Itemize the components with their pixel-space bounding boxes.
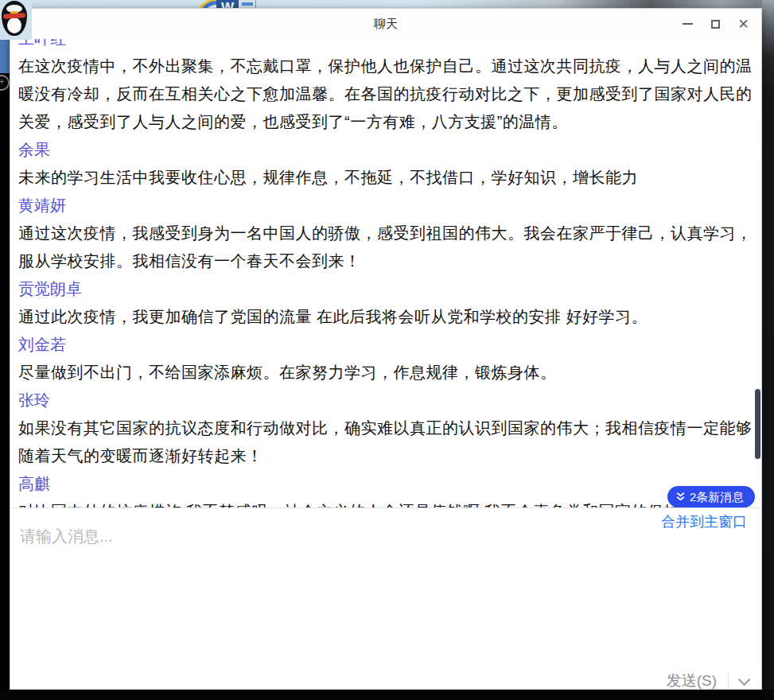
message-input[interactable]: [18, 524, 578, 655]
close-icon: ✕: [737, 18, 749, 31]
double-chevron-down-icon: [675, 492, 686, 502]
chat-message: 高麒 对比国内外的抗疫措施 我不禁感叹：社会主义的人命还是值钱啊 我不会辜负党和…: [18, 470, 753, 508]
qq-penguin-icon[interactable]: [0, 0, 32, 40]
send-separator: [728, 672, 729, 690]
chat-message: 王叶红 在这次疫情中，不外出聚集，不忘戴口罩，保护他人也保护自己。通过这次共同抗…: [18, 39, 753, 136]
titlebar[interactable]: 聊天 ✕: [10, 9, 761, 39]
chat-message: 刘金若 尽量做到不出门，不给国家添麻烦。在家努力学习，作息规律，锻炼身体。: [18, 331, 753, 387]
maximize-button[interactable]: [704, 12, 727, 36]
screen: W + 聊天 ✕ 王叶红 在这次疫情中，不外: [0, 0, 774, 700]
chat-message: 黄靖妍 通过这次疫情，我感受到身为一名中国人的骄傲，感受到祖国的伟大。我会在家严…: [18, 192, 753, 275]
qq-penguin-belly: [7, 18, 21, 33]
message-text: 未来的学习生活中我要收住心思，规律作息，不拖延，不找借口，学好知识，增长能力: [18, 164, 753, 192]
window-title: 聊天: [10, 9, 761, 39]
chat-message: 余果 未来的学习生活中我要收住心思，规律作息，不拖延，不找借口，学好知识，增长能…: [18, 136, 753, 192]
chat-content: 王叶红 在这次疫情中，不外出聚集，不忘戴口罩，保护他人也保护自己。通过这次共同抗…: [10, 39, 761, 508]
message-text: 如果没有其它国家的抗议态度和行动做对比，确实难以真正的认识到国家的伟大；我相信疫…: [18, 414, 753, 470]
minimize-icon: [683, 23, 693, 25]
sender-name[interactable]: 黄靖妍: [18, 192, 753, 220]
send-button[interactable]: 发送(S): [667, 671, 717, 691]
message-text: 通过这次疫情，我感受到身为一名中国人的骄傲，感受到祖国的伟大。我会在家严于律己，…: [18, 220, 753, 275]
new-messages-button[interactable]: 2条新消息: [667, 486, 755, 508]
desktop-bottom-strip: [0, 690, 774, 700]
sender-name[interactable]: 张玲: [18, 387, 753, 414]
message-text: 通过此次疫情，我更加确信了党国的流量 在此后我将会听从党和学校的安排 好好学习。: [18, 303, 753, 331]
plus-circle-icon[interactable]: +: [0, 75, 10, 91]
sender-name[interactable]: 王叶红: [18, 39, 753, 52]
chat-message-list[interactable]: 王叶红 在这次疫情中，不外出聚集，不忘戴口罩，保护他人也保护自己。通过这次共同抗…: [10, 39, 761, 508]
merge-to-main-window-link[interactable]: 合并到主窗口: [661, 512, 747, 531]
close-button[interactable]: ✕: [732, 12, 755, 36]
send-options-chevron-icon[interactable]: [738, 673, 751, 686]
chat-message: 贡觉朗卓 通过此次疫情，我更加确信了党国的流量 在此后我将会听从党和学校的安排 …: [18, 275, 753, 331]
message-text: 对比国内外的抗疫措施 我不禁感叹：社会主义的人命还是值钱啊 我不会辜负党和国家的…: [18, 498, 753, 508]
new-messages-label: 2条新消息: [690, 486, 744, 508]
send-row: 发送(S): [667, 669, 747, 693]
sender-name[interactable]: 高麒: [18, 470, 753, 498]
word-dash-decoration: [242, 2, 253, 6]
message-text: 尽量做到不出门，不给国家添麻烦。在家努力学习，作息规律，锻炼身体。: [18, 359, 753, 387]
sender-name[interactable]: 刘金若: [18, 331, 753, 359]
minimize-button[interactable]: [676, 12, 699, 36]
window-controls: ✕: [674, 9, 757, 39]
chat-window: 聊天 ✕ 王叶红 在这次疫情中，不外出聚集，不忘戴口罩，保护他人也保护自己。通过…: [10, 8, 762, 690]
scrollbar-thumb[interactable]: [755, 389, 760, 459]
composer-area: 发送(S): [10, 508, 761, 690]
desktop-left-strip: +: [0, 0, 10, 700]
message-text: 在这次疫情中，不外出聚集，不忘戴口罩，保护他人也保护自己。通过这次共同抗疫，人与…: [18, 52, 753, 136]
maximize-icon: [711, 20, 720, 29]
sender-name[interactable]: 余果: [18, 136, 753, 164]
left-strip-panel-edge: [0, 38, 10, 73]
desktop-right-strip: [762, 0, 774, 700]
sender-name[interactable]: 贡觉朗卓: [18, 275, 753, 303]
chat-message: 张玲 如果没有其它国家的抗议态度和行动做对比，确实难以真正的认识到国家的伟大；我…: [18, 387, 753, 470]
